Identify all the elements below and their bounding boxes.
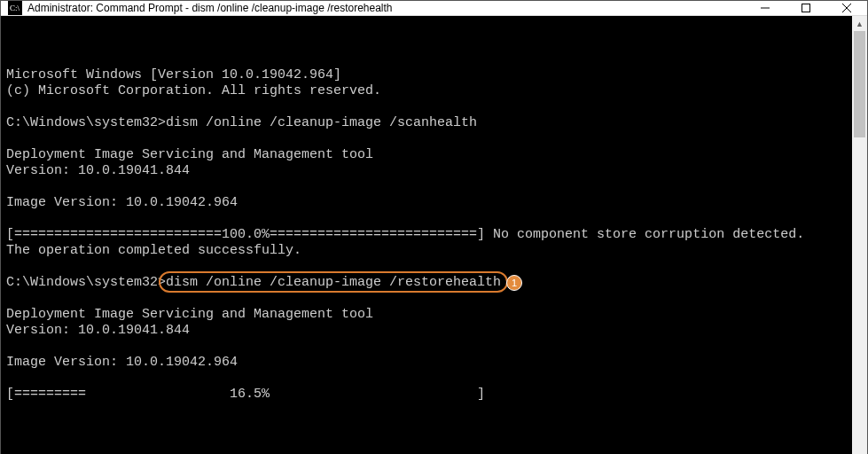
terminal-line: Microsoft Windows [Version 10.0.19042.96…: [6, 67, 847, 83]
terminal-line: [6, 371, 847, 387]
terminal-line: (c) Microsoft Corporation. All rights re…: [6, 83, 847, 99]
titlebar[interactable]: C:\ Administrator: Command Prompt - dism…: [1, 1, 867, 16]
terminal-line: [6, 179, 847, 195]
terminal-line: [6, 259, 847, 275]
terminal-line: Image Version: 10.0.19042.964: [6, 195, 847, 211]
terminal-line: [6, 291, 847, 307]
terminal-line: [==========================100.0%=======…: [6, 227, 847, 243]
cmd-icon: C:\: [8, 1, 22, 15]
terminal-output[interactable]: Microsoft Windows [Version 10.0.19042.96…: [1, 16, 852, 454]
scroll-up-arrow[interactable]: ▲: [852, 16, 867, 31]
svg-text:C:\: C:\: [10, 4, 20, 12]
svg-rect-3: [802, 4, 810, 12]
cmd-window: C:\ Administrator: Command Prompt - dism…: [0, 0, 868, 454]
terminal-line: C:\Windows\system32>dism /online /cleanu…: [6, 275, 847, 291]
terminal-line: Version: 10.0.19041.844: [6, 323, 847, 339]
terminal-line: Version: 10.0.19041.844: [6, 163, 847, 179]
terminal-line: [6, 339, 847, 355]
terminal-area: Microsoft Windows [Version 10.0.19042.96…: [1, 16, 867, 454]
terminal-line: [6, 211, 847, 227]
terminal-line: [6, 99, 847, 115]
terminal-line: The operation completed successfully.: [6, 243, 847, 259]
terminal-line: C:\Windows\system32>dism /online /cleanu…: [6, 115, 847, 131]
window-controls: [745, 1, 867, 15]
scroll-thumb[interactable]: [854, 31, 865, 137]
terminal-line: Deployment Image Servicing and Managemen…: [6, 307, 847, 323]
terminal-line: [6, 403, 847, 419]
terminal-line: Deployment Image Servicing and Managemen…: [6, 147, 847, 163]
minimize-button[interactable]: [745, 1, 786, 15]
terminal-line: Image Version: 10.0.19042.964: [6, 355, 847, 371]
terminal-line: [========= 16.5% ]: [6, 387, 847, 403]
close-button[interactable]: [826, 1, 867, 15]
maximize-button[interactable]: [786, 1, 826, 15]
vertical-scrollbar[interactable]: ▲ ▼: [852, 16, 867, 454]
terminal-line: [6, 131, 847, 147]
window-title: Administrator: Command Prompt - dism /on…: [27, 2, 745, 14]
